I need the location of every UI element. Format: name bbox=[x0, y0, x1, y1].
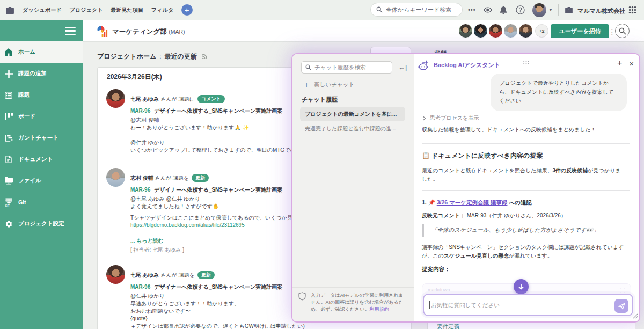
svg-text:GIT: GIT bbox=[5, 204, 9, 207]
